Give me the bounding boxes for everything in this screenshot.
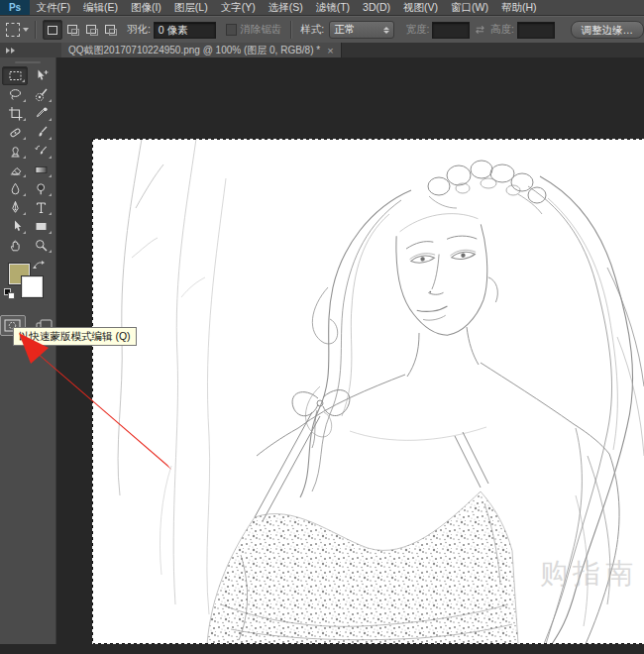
tool-blur[interactable] — [2, 179, 28, 198]
height-label: 高度: — [490, 23, 514, 37]
subtract-selection-icon2 — [90, 29, 98, 36]
menu-image[interactable]: 图像(I) — [124, 0, 167, 15]
selection-ants-top — [92, 139, 644, 140]
default-colors-icon[interactable] — [4, 288, 15, 299]
menu-edit[interactable]: 编辑(E) — [76, 0, 124, 15]
tool-hand[interactable] — [2, 236, 28, 255]
feather-label: 羽化: — [127, 23, 151, 37]
tool-dodge[interactable] — [28, 179, 54, 198]
tool-gradient[interactable] — [28, 161, 54, 179]
tool-grid — [0, 66, 55, 255]
subtract-selection-button[interactable] — [82, 20, 100, 38]
panel-grip[interactable] — [15, 61, 41, 63]
menu-layer[interactable]: 图层(L) — [167, 0, 214, 15]
document-tab[interactable]: QQ截图20170710224950.png @ 100% (图层 0, RGB… — [61, 43, 342, 57]
color-swatches — [0, 261, 55, 306]
menu-file[interactable]: 文件(F) — [30, 0, 76, 15]
tool-rect-marquee[interactable] — [2, 66, 28, 85]
selection-ants-bottom — [92, 643, 644, 644]
tool-preset-picker[interactable] — [6, 23, 29, 37]
tool-clone-stamp[interactable] — [2, 142, 28, 161]
tool-spot-healing-brush[interactable] — [2, 123, 28, 142]
dropdown-stepper-icon — [383, 27, 389, 34]
tool-history-brush[interactable] — [28, 142, 54, 161]
tool-move[interactable] — [28, 66, 54, 85]
document-tab-title: QQ截图20170710224950.png @ 100% (图层 0, RGB… — [68, 44, 320, 57]
tool-eyedropper[interactable] — [28, 104, 54, 123]
tool-eraser[interactable] — [2, 161, 28, 179]
width-input[interactable] — [432, 22, 470, 39]
sketch-artwork: 购指南 — [92, 139, 644, 644]
canvas[interactable]: 购指南 — [92, 139, 644, 644]
tab-bar: QQ截图20170710224950.png @ 100% (图层 0, RGB… — [0, 43, 644, 57]
tool-brush[interactable] — [28, 123, 54, 142]
collapse-panel-icon[interactable] — [6, 48, 15, 54]
new-selection-icon — [48, 26, 57, 35]
height-input[interactable] — [517, 22, 555, 39]
divider — [35, 21, 37, 39]
menu-help[interactable]: 帮助(H) — [495, 0, 544, 15]
feather-input[interactable]: 0 像素 — [154, 22, 216, 39]
style-dropdown[interactable]: 正常 — [329, 21, 393, 39]
photoshop-window: Ps 文件(F) 编辑(E) 图像(I) 图层(L) 文字(Y) 选择(S) 滤… — [0, 0, 644, 654]
menu-3d[interactable]: 3D(D) — [357, 0, 397, 15]
tools-panel-header — [0, 43, 61, 57]
swap-width-height-icon[interactable] — [474, 24, 486, 36]
chevron-down-icon — [23, 28, 29, 32]
menu-window[interactable]: 窗口(W) — [445, 0, 495, 15]
swap-colors-icon[interactable] — [33, 261, 46, 272]
menu-view[interactable]: 视图(V) — [397, 0, 445, 15]
background-color-swatch[interactable] — [22, 276, 43, 297]
tool-quick-selection[interactable] — [28, 85, 54, 104]
tool-zoom[interactable] — [28, 236, 54, 255]
antialias-label: 消除锯齿 — [240, 23, 281, 37]
divider — [290, 21, 292, 39]
add-selection-icon2 — [71, 29, 79, 36]
add-to-selection-button[interactable] — [63, 20, 81, 38]
menu-select[interactable]: 选择(S) — [262, 0, 309, 15]
watermark-text: 购指南 — [540, 558, 638, 589]
style-value: 正常 — [334, 23, 355, 37]
menu-type[interactable]: 文字(Y) — [214, 0, 262, 15]
selection-ants-left — [92, 139, 93, 644]
refine-edge-button[interactable]: 调整边缘… — [571, 21, 644, 39]
ps-logo: Ps — [0, 0, 30, 15]
new-selection-button[interactable] — [43, 20, 62, 40]
options-bar: 羽化: 0 像素 消除锯齿 样式: 正常 宽度: 高度: 调整边缘… — [0, 16, 644, 44]
marquee-preset-icon — [6, 23, 20, 37]
tool-crop[interactable] — [2, 104, 28, 123]
close-tab-icon[interactable]: × — [327, 46, 333, 55]
intersect-selection-icon2 — [109, 29, 117, 36]
tools-panel — [0, 57, 56, 644]
tool-type[interactable] — [28, 198, 54, 217]
menu-filter[interactable]: 滤镜(T) — [309, 0, 356, 15]
intersect-selection-button[interactable] — [101, 20, 119, 38]
tool-rectangle-shape[interactable] — [28, 217, 54, 236]
selection-mode-group — [43, 20, 119, 40]
antialias-checkbox[interactable] — [226, 24, 237, 36]
tool-path-selection[interactable] — [2, 217, 28, 236]
width-label: 宽度: — [406, 23, 430, 37]
quick-mask-tooltip: 以快速蒙版模式编辑 (Q) — [13, 327, 137, 346]
tool-lasso[interactable] — [2, 85, 28, 104]
tool-pen[interactable] — [2, 198, 28, 217]
style-label: 样式: — [300, 23, 324, 37]
menu-bar: Ps 文件(F) 编辑(E) 图像(I) 图层(L) 文字(Y) 选择(S) 滤… — [0, 0, 644, 16]
